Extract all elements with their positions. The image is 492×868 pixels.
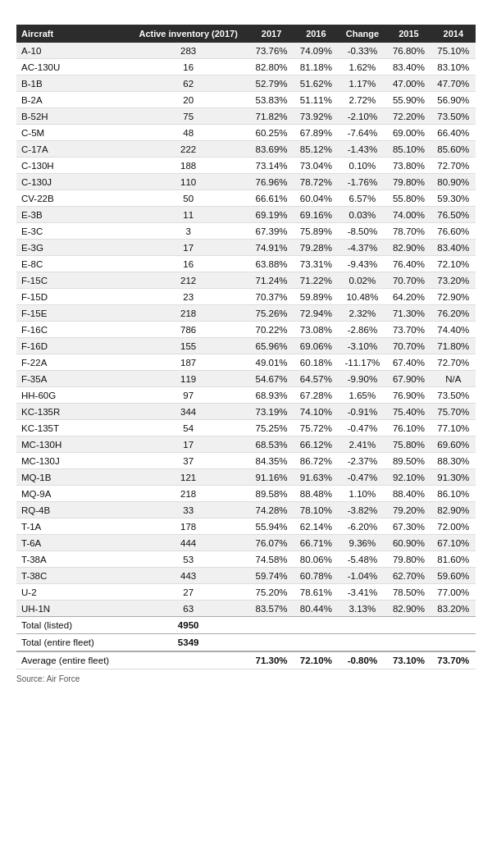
cell-r10-c1: 11 xyxy=(127,207,248,223)
table-row: T-1A17855.94%62.14%-6.20%67.30%72.00% xyxy=(16,519,476,535)
cell-r12-c2: 74.91% xyxy=(249,240,294,256)
cell-r19-c5: 67.40% xyxy=(386,354,430,371)
total-fleet-row: Total (entire fleet)5349 xyxy=(16,634,476,652)
table-row: U-22775.20%78.61%-3.41%78.50%77.00% xyxy=(16,584,476,601)
cell-r30-c3: 66.71% xyxy=(294,535,338,551)
cell-r22-c3: 74.10% xyxy=(294,404,338,420)
cell-r12-c1: 17 xyxy=(127,240,248,256)
cell-r20-c4: -9.90% xyxy=(339,371,387,387)
cell-r25-c4: -2.37% xyxy=(339,453,387,469)
cell-r8-c0: C-130J xyxy=(16,174,127,190)
cell-r25-c5: 89.50% xyxy=(386,453,430,469)
table-header-row: AircraftActive inventory (2017)20172016C… xyxy=(16,25,476,43)
cell-r25-c0: MC-130J xyxy=(16,453,127,469)
cell-r28-c4: -3.82% xyxy=(339,502,387,519)
cell-r6-c1: 222 xyxy=(127,141,248,158)
cell-r31-c2: 74.58% xyxy=(249,551,294,568)
cell-r18-c5: 70.70% xyxy=(386,338,430,354)
cell-r17-c5: 73.70% xyxy=(386,322,430,338)
cell-r4-c3: 73.92% xyxy=(294,108,338,125)
cell-r33-c6: 77.00% xyxy=(431,584,476,601)
cell-r16-c2: 75.26% xyxy=(249,305,294,322)
cell-r12-c3: 79.28% xyxy=(294,240,338,256)
total-listed-cell-3 xyxy=(294,617,338,634)
table-row: C-5M4860.25%67.89%-7.64%69.00%66.40% xyxy=(16,125,476,141)
cell-r10-c2: 69.19% xyxy=(249,207,294,223)
cell-r21-c2: 68.93% xyxy=(249,387,294,404)
cell-r0-c2: 73.76% xyxy=(249,43,294,59)
cell-r29-c5: 67.30% xyxy=(386,519,430,535)
cell-r8-c1: 110 xyxy=(127,174,248,190)
cell-r33-c0: U-2 xyxy=(16,584,127,601)
cell-r9-c3: 60.04% xyxy=(294,190,338,207)
average-cell-5: 73.10% xyxy=(386,651,430,669)
cell-r9-c1: 50 xyxy=(127,190,248,207)
cell-r17-c3: 73.08% xyxy=(294,322,338,338)
cell-r31-c4: -5.48% xyxy=(339,551,387,568)
cell-r19-c0: F-22A xyxy=(16,354,127,371)
table-row: C-17A22283.69%85.12%-1.43%85.10%85.60% xyxy=(16,141,476,158)
cell-r3-c4: 2.72% xyxy=(339,92,387,108)
cell-r13-c3: 73.31% xyxy=(294,256,338,272)
cell-r25-c3: 86.72% xyxy=(294,453,338,469)
cell-r3-c6: 56.90% xyxy=(431,92,476,108)
cell-r34-c0: UH-1N xyxy=(16,601,127,617)
cell-r25-c2: 84.35% xyxy=(249,453,294,469)
cell-r8-c2: 76.96% xyxy=(249,174,294,190)
cell-r27-c3: 88.48% xyxy=(294,486,338,502)
total-fleet-cell-4 xyxy=(339,634,387,652)
cell-r3-c5: 55.90% xyxy=(386,92,430,108)
total-listed-cell-1: 4950 xyxy=(127,617,248,634)
cell-r34-c6: 83.20% xyxy=(431,601,476,617)
cell-r21-c5: 76.90% xyxy=(386,387,430,404)
cell-r0-c5: 76.80% xyxy=(386,43,430,59)
cell-r24-c1: 17 xyxy=(127,436,248,453)
table-row: E-3B1169.19%69.16%0.03%74.00%76.50% xyxy=(16,207,476,223)
cell-r28-c5: 79.20% xyxy=(386,502,430,519)
cell-r11-c3: 75.89% xyxy=(294,223,338,240)
total-fleet-cell-0: Total (entire fleet) xyxy=(16,634,127,652)
cell-r5-c5: 69.00% xyxy=(386,125,430,141)
cell-r32-c6: 59.60% xyxy=(431,568,476,584)
cell-r13-c6: 72.10% xyxy=(431,256,476,272)
cell-r15-c0: F-15D xyxy=(16,289,127,305)
col-header-0: Aircraft xyxy=(16,25,127,43)
cell-r15-c1: 23 xyxy=(127,289,248,305)
cell-r18-c0: F-16D xyxy=(16,338,127,354)
cell-r0-c6: 75.10% xyxy=(431,43,476,59)
cell-r22-c2: 73.19% xyxy=(249,404,294,420)
cell-r17-c6: 74.40% xyxy=(431,322,476,338)
average-row: Average (entire fleet)71.30%72.10%-0.80%… xyxy=(16,651,476,669)
cell-r28-c3: 78.10% xyxy=(294,502,338,519)
total-listed-cell-4 xyxy=(339,617,387,634)
col-header-1: Active inventory (2017) xyxy=(127,25,248,43)
cell-r4-c2: 71.82% xyxy=(249,108,294,125)
table-row: MQ-1B12191.16%91.63%-0.47%92.10%91.30% xyxy=(16,469,476,486)
cell-r32-c1: 443 xyxy=(127,568,248,584)
cell-r25-c1: 37 xyxy=(127,453,248,469)
table-row: MC-130J3784.35%86.72%-2.37%89.50%88.30% xyxy=(16,453,476,469)
cell-r2-c4: 1.17% xyxy=(339,75,387,92)
cell-r27-c4: 1.10% xyxy=(339,486,387,502)
cell-r3-c3: 51.11% xyxy=(294,92,338,108)
cell-r6-c6: 85.60% xyxy=(431,141,476,158)
table-row: F-15C21271.24%71.22%0.02%70.70%73.20% xyxy=(16,272,476,289)
cell-r23-c5: 76.10% xyxy=(386,420,430,436)
cell-r19-c4: -11.17% xyxy=(339,354,387,371)
cell-r1-c1: 16 xyxy=(127,59,248,75)
cell-r8-c6: 80.90% xyxy=(431,174,476,190)
cell-r7-c1: 188 xyxy=(127,158,248,174)
cell-r12-c6: 83.40% xyxy=(431,240,476,256)
cell-r28-c0: RQ-4B xyxy=(16,502,127,519)
cell-r33-c3: 78.61% xyxy=(294,584,338,601)
cell-r10-c5: 74.00% xyxy=(386,207,430,223)
average-cell-3: 72.10% xyxy=(294,651,338,669)
cell-r6-c4: -1.43% xyxy=(339,141,387,158)
cell-r20-c6: N/A xyxy=(431,371,476,387)
total-listed-cell-6 xyxy=(431,617,476,634)
cell-r24-c0: MC-130H xyxy=(16,436,127,453)
cell-r20-c2: 54.67% xyxy=(249,371,294,387)
cell-r14-c4: 0.02% xyxy=(339,272,387,289)
table-row: RQ-4B3374.28%78.10%-3.82%79.20%82.90% xyxy=(16,502,476,519)
cell-r14-c3: 71.22% xyxy=(294,272,338,289)
